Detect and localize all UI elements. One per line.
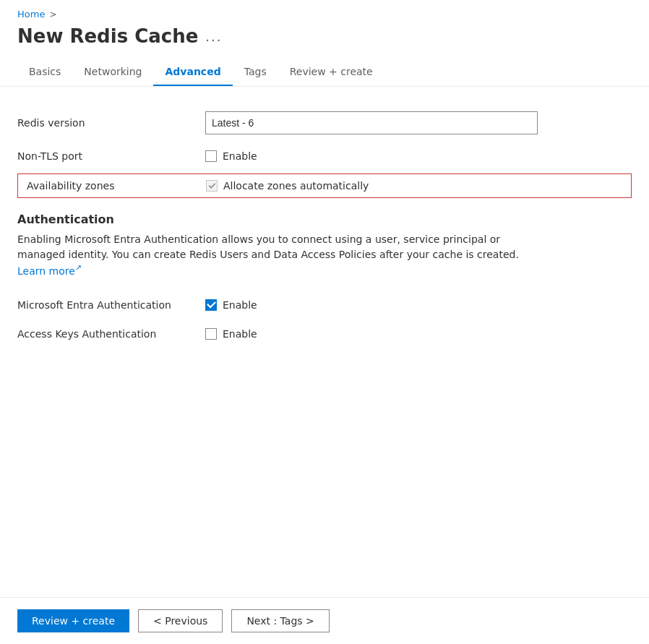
redis-version-label: Redis version — [17, 117, 205, 129]
breadcrumb: Home > — [0, 0, 649, 20]
breadcrumb-home[interactable]: Home — [17, 9, 45, 20]
page-title: New Redis Cache — [17, 25, 198, 47]
non-tls-checkbox[interactable] — [205, 150, 217, 162]
entra-auth-enable-label: Enable — [223, 299, 257, 311]
next-button[interactable]: Next : Tags > — [231, 609, 329, 632]
redis-version-input[interactable] — [205, 111, 538, 134]
redis-version-row: Redis version — [17, 104, 632, 142]
non-tls-label: Non-TLS port — [17, 150, 205, 162]
access-keys-row: Access Keys Authentication Enable — [17, 319, 632, 348]
non-tls-enable-label: Enable — [223, 150, 257, 162]
entra-auth-row: Microsoft Entra Authentication Enable — [17, 291, 632, 319]
entra-auth-control: Enable — [205, 299, 552, 311]
checkbox-disabled-checkmark — [208, 181, 215, 189]
access-keys-label: Access Keys Authentication — [17, 328, 205, 340]
tab-tags[interactable]: Tags — [233, 59, 278, 86]
authentication-description-text: Enabling Microsoft Entra Authentication … — [17, 233, 519, 260]
availability-zones-enable-label: Allocate zones automatically — [223, 180, 369, 192]
entra-auth-checkbox[interactable] — [205, 299, 217, 311]
entra-auth-checkbox-row: Enable — [205, 299, 552, 311]
non-tls-row: Non-TLS port Enable — [17, 142, 632, 171]
availability-zones-label: Availability zones — [27, 180, 206, 192]
access-keys-control: Enable — [205, 328, 552, 340]
access-keys-enable-label: Enable — [223, 328, 257, 340]
content-area: Redis version Non-TLS port Enable Availa… — [0, 87, 649, 597]
external-link-icon: ↗ — [75, 263, 82, 272]
availability-zones-control: Allocate zones automatically — [206, 180, 369, 192]
tab-networking[interactable]: Networking — [72, 59, 153, 86]
access-keys-checkbox-row: Enable — [205, 328, 552, 340]
availability-zones-checkbox — [206, 180, 218, 192]
review-create-button[interactable]: Review + create — [17, 609, 129, 632]
tabs-container: Basics Networking Advanced Tags Review +… — [0, 59, 649, 87]
tab-review-create[interactable]: Review + create — [278, 59, 384, 86]
non-tls-checkbox-row: Enable — [205, 150, 552, 162]
availability-zones-row: Availability zones Allocate zones automa… — [17, 173, 632, 198]
authentication-section-title: Authentication — [17, 201, 632, 232]
redis-version-control — [205, 111, 552, 134]
entra-auth-label: Microsoft Entra Authentication — [17, 299, 205, 311]
learn-more-text: Learn more — [17, 265, 75, 277]
tab-advanced[interactable]: Advanced — [153, 59, 232, 86]
previous-button[interactable]: < Previous — [138, 609, 223, 632]
breadcrumb-separator: > — [49, 9, 56, 20]
learn-more-link[interactable]: Learn more↗ — [17, 265, 82, 277]
access-keys-checkbox[interactable] — [205, 328, 217, 340]
authentication-description: Enabling Microsoft Entra Authentication … — [17, 232, 523, 291]
tab-basics[interactable]: Basics — [17, 59, 72, 86]
page-header: New Redis Cache ... — [0, 20, 649, 59]
footer: Review + create < Previous Next : Tags > — [0, 597, 649, 644]
more-options-icon[interactable]: ... — [205, 29, 222, 44]
non-tls-control: Enable — [205, 150, 552, 162]
